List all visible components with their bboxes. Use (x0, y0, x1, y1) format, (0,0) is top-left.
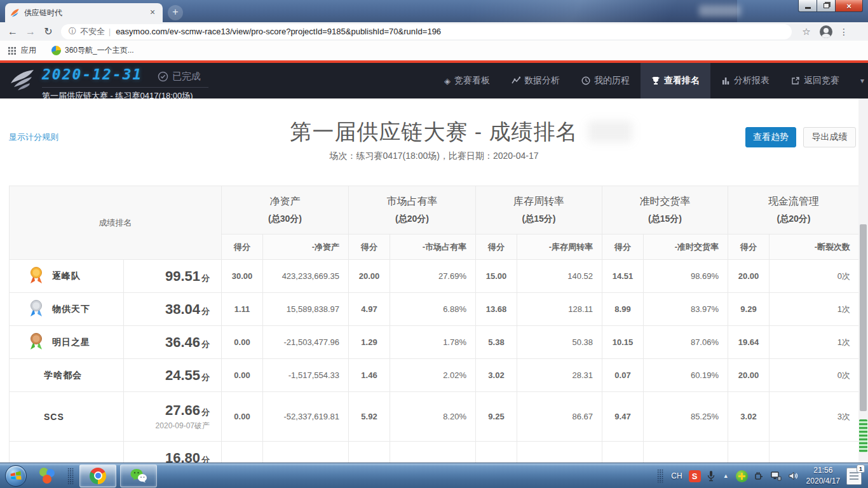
chrome-icon (90, 468, 106, 484)
metric-value: -52,337,619.81 (263, 392, 349, 442)
table-row[interactable]: 学啥都会 24.55分 0.00 -1,517,554.33 1.46 2.02… (10, 359, 860, 392)
close-button[interactable]: × (835, 0, 863, 12)
clock-icon (581, 76, 590, 85)
metric-score: 0.00 (222, 359, 263, 392)
clock-widget[interactable]: 21:56 2020/4/17 (806, 465, 840, 487)
volume-icon[interactable] (788, 471, 798, 481)
group-total: (总30分) (222, 214, 348, 225)
chrome-taskbar-button[interactable] (79, 464, 116, 487)
chevron-down-icon: ▾ (860, 76, 864, 85)
metric-value: 50.38 (517, 326, 602, 359)
metric-score: 9.47 (602, 392, 644, 442)
team-name: SCS (44, 412, 64, 422)
bronze-medal-icon (29, 332, 44, 352)
metric-score: 3.02 (476, 359, 517, 392)
minimize-button[interactable] (798, 0, 817, 12)
metric-value: 87.06% (644, 326, 728, 359)
nav-item-analysis[interactable]: 数据分析 (501, 63, 571, 98)
check-circle-icon (158, 71, 168, 82)
nav-more-dropdown[interactable]: ▾ (860, 63, 864, 98)
tab-close-icon[interactable]: × (147, 8, 158, 18)
taskbar: CH S ▲ (0, 463, 868, 488)
table-row[interactable]: 物供天下 38.04分 1.11 15,589,838.97 4.97 6.88… (10, 293, 860, 326)
metric-score: 20.00 (728, 260, 770, 293)
nav-label: 数据分析 (524, 75, 560, 86)
metric-value (770, 442, 860, 463)
titlebar-gloss (470, 0, 737, 22)
refresh-icon[interactable]: ↻ (39, 25, 57, 37)
profile-avatar[interactable] (820, 25, 832, 38)
score-page: 显示计分规则 第一届供应链大赛 - 成绩排名 查看趋势 导出成绩 场次：练习赛0… (0, 98, 868, 463)
nav-item-ranking[interactable]: 查看排名 (641, 63, 710, 98)
view-trend-button[interactable]: 查看趋势 (745, 127, 796, 147)
metric-score: 14.51 (602, 260, 644, 293)
network-icon[interactable] (770, 471, 782, 481)
notification-badge: 1 (857, 464, 865, 473)
metric-value: 2.02% (390, 359, 476, 392)
total-score-cell: 38.04分 (124, 293, 222, 326)
external-link-icon (791, 76, 800, 85)
nav-item-history[interactable]: 我的历程 (571, 63, 641, 98)
page-scrollbar[interactable] (858, 98, 868, 463)
bankrupt-note: 2020-09-07破产 (124, 421, 210, 431)
metric-score (476, 442, 517, 463)
language-indicator[interactable]: CH (671, 471, 682, 480)
table-row[interactable]: 逐峰队 99.51分 30.00 423,233,669.35 20.00 27… (10, 260, 860, 293)
total-score-cell: 27.66分 2020-09-07破产 (124, 392, 222, 442)
back-icon[interactable]: ← (4, 26, 22, 37)
browser-tab[interactable]: 供应链时代 × (5, 3, 163, 22)
info-icon[interactable]: ⓘ (69, 26, 76, 37)
close-icon: × (846, 1, 851, 11)
group-title: 库存周转率 (476, 195, 602, 208)
table-row[interactable]: 明日之星 36.46分 0.00 -21,503,477.96 1.29 1.7… (10, 326, 860, 359)
export-score-button[interactable]: 导出成绩 (803, 127, 856, 147)
maximize-button[interactable] (817, 0, 835, 12)
maximize-icon (824, 3, 829, 8)
total-score: 99.51 (165, 268, 200, 284)
nav-item-report[interactable]: 分析报表 (710, 63, 780, 98)
nav-label: 查看排名 (664, 75, 700, 86)
wechat-taskbar-button[interactable] (120, 464, 157, 487)
app-navbar: 2020-12-31 已完成 第一届供应链大赛 - 练习赛0417(18:00场… (0, 63, 868, 98)
360-browser-icon[interactable] (38, 466, 57, 485)
group-total: (总20分) (728, 214, 859, 225)
table-row[interactable]: 16.80分 (10, 442, 860, 463)
forward-icon[interactable]: → (22, 26, 39, 37)
line-chart-icon (512, 76, 520, 85)
power-plug-icon[interactable] (754, 471, 764, 481)
nav-label: 返回竞赛 (804, 75, 839, 86)
rank-column-header: 成绩排名 (10, 186, 222, 260)
table-row[interactable]: SCS 27.66分 2020-09-07破产 0.00 -52,337,619… (10, 392, 860, 442)
score-unit: 分 (201, 372, 210, 382)
score-unit: 分 (201, 273, 210, 283)
browser-menu-icon[interactable]: ⋮ (837, 27, 850, 37)
metric-score (728, 442, 770, 463)
metric-score: 5.92 (349, 392, 390, 442)
address-bar[interactable]: ⓘ 不安全 | easymoo.com/ev-scmw-race13/view/… (61, 24, 792, 39)
apps-grid-icon[interactable] (8, 46, 16, 55)
apps-label[interactable]: 应用 (21, 45, 36, 56)
microphone-icon[interactable] (707, 470, 715, 482)
nav-item-return[interactable]: 返回竞赛 (780, 63, 850, 98)
metric-value: 1次 (770, 326, 860, 359)
url-text[interactable]: easymoo.com/ev-scmw-race13/view/pro-scor… (116, 27, 441, 36)
metric-value: 85.25% (644, 392, 728, 442)
new-tab-button[interactable]: + (168, 5, 183, 20)
metric-value: 3次 (770, 392, 860, 442)
wechat-icon (129, 468, 148, 484)
metric-score (602, 442, 644, 463)
bookmark-star-icon[interactable]: ☆ (798, 26, 815, 37)
notification-notes-icon[interactable]: 1 (846, 468, 862, 485)
metric-score: 0.00 (222, 392, 263, 442)
nav-item-kanban[interactable]: ◈ 竞赛看板 (433, 63, 501, 98)
scrollbar-thumb[interactable] (860, 224, 867, 411)
sogou-input-icon[interactable]: S (689, 470, 701, 482)
metric-value: 15,589,838.97 (263, 293, 349, 326)
start-button[interactable] (5, 465, 27, 487)
tray-expand-icon[interactable]: ▲ (723, 473, 729, 479)
bookmark-item[interactable]: 360导航_一个主页... (65, 45, 134, 56)
360-safety-icon[interactable] (736, 470, 748, 482)
metric-value (644, 442, 728, 463)
metric-score: 20.00 (349, 260, 390, 293)
total-score-cell: 16.80分 (124, 442, 222, 463)
